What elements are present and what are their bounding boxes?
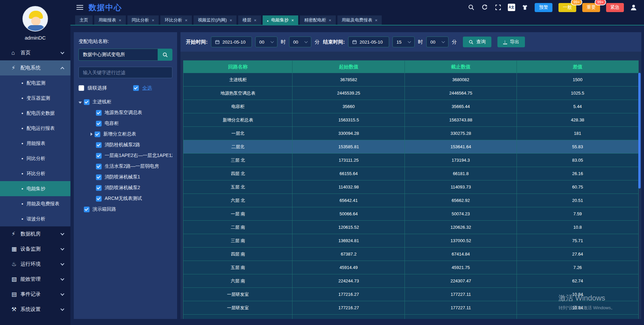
sidebar-menu-item[interactable]: 同比分析 — [0, 151, 70, 166]
sidebar-menu-item[interactable]: 能效管理 — [0, 272, 70, 287]
tab-close-icon[interactable] — [229, 18, 232, 23]
tree-expand-icon[interactable] — [78, 208, 82, 211]
table-row[interactable]: 一层 南 50066.64 50074.23 7.59 — [183, 207, 638, 220]
tree-expand-icon[interactable] — [91, 154, 94, 157]
tree-expand-icon[interactable] — [91, 143, 94, 147]
tree-checkbox[interactable] — [96, 164, 102, 169]
select-all-label[interactable]: 全选 — [142, 85, 152, 91]
sidebar-menu-item[interactable]: 配电运行报表 — [0, 121, 70, 136]
tree-expand-icon[interactable] — [91, 197, 94, 200]
tree-checkbox[interactable] — [96, 153, 102, 159]
tree-node[interactable]: 消防喷淋机械泵2 — [78, 182, 172, 193]
tab-close-icon[interactable] — [152, 18, 155, 23]
tab[interactable]: 同比分析 — [127, 15, 159, 25]
tree-checkbox[interactable] — [96, 142, 102, 148]
table-row[interactable] — [183, 314, 638, 319]
sidebar-menu-item[interactable]: 配电历史数据 — [0, 106, 70, 121]
table-row[interactable]: 主进线柜 3678582 3680082 1500 — [183, 73, 638, 86]
sidebar-menu-item[interactable]: 运行环境 — [0, 257, 70, 272]
tab-close-icon[interactable] — [329, 18, 331, 23]
tree-node[interactable]: 演示箱回路 — [78, 204, 172, 215]
tree-checkbox[interactable] — [84, 207, 90, 212]
export-button[interactable]: 导出 — [497, 37, 525, 47]
alarm-button[interactable]: 紧急 — [606, 3, 624, 12]
alarm-button[interactable]: 重要 99+ — [582, 3, 600, 12]
tree-checkbox[interactable] — [96, 110, 102, 116]
fullscreen-icon[interactable] — [494, 4, 502, 11]
table-row[interactable]: 六层 南 224244.73 224307.47 62.74 — [183, 274, 638, 287]
tree-expand-icon[interactable] — [91, 175, 94, 179]
tab-close-icon[interactable] — [254, 18, 257, 23]
station-search-button[interactable] — [158, 49, 172, 61]
avatar[interactable] — [22, 6, 48, 32]
tree-checkbox[interactable] — [96, 185, 102, 191]
table-row[interactable]: 六层 北 65642.41 65662.92 20.51 — [183, 194, 638, 207]
sidebar-menu-item[interactable]: 用能报表 — [0, 136, 70, 151]
query-button[interactable]: 查询 — [463, 37, 491, 47]
table-row[interactable]: 电容柜 35660 35665.44 5.44 — [183, 100, 638, 113]
tab-close-icon[interactable] — [185, 18, 187, 23]
tree-node[interactable]: 地源热泵空调总表 — [78, 107, 172, 118]
tab[interactable]: 用能及电费报表 — [337, 15, 382, 25]
table-row[interactable]: 一层研发室 177216.27 177227.11 10.84 — [183, 301, 638, 314]
sidebar-menu-item[interactable]: 电能集抄 — [0, 181, 70, 196]
tree-node[interactable]: 消防栓机械泵2路 — [78, 140, 172, 150]
start-minute-select[interactable]: 00 — [289, 37, 311, 47]
tree-checkbox[interactable] — [96, 196, 102, 202]
sidebar-menu-item[interactable]: 变压器监测 — [0, 91, 70, 106]
table-row[interactable]: 一层研发室 177216.27 177227.11 10.84 — [183, 287, 638, 301]
tree-checkbox[interactable] — [84, 99, 90, 105]
tab[interactable]: 环比分析 — [160, 15, 192, 25]
sidebar-menu-item[interactable]: 系统设置 — [0, 302, 70, 317]
translate-icon[interactable]: A文 — [508, 4, 515, 11]
sidebar-menu-item[interactable]: 设备监测 — [0, 241, 70, 257]
tree-node[interactable]: 一层南1APE2右—一层北1APE1左 — [78, 150, 172, 161]
sidebar-menu-item[interactable]: 首页 — [0, 45, 70, 60]
table-row[interactable]: 五层 北 114032.98 114093.73 60.75 — [183, 180, 638, 194]
start-hour-select[interactable]: 00 — [255, 37, 277, 47]
alarm-button[interactable]: 一般 99+ — [558, 3, 576, 12]
tree-checkbox[interactable] — [95, 131, 100, 137]
station-input[interactable] — [78, 49, 158, 61]
sidebar-menu-item[interactable]: 配电监测 — [0, 75, 70, 91]
table-row[interactable]: 地源热泵空调总表 2445539.25 2446564.75 1025.5 — [183, 86, 638, 100]
tree-node[interactable]: 生活水泵2路—一层弱电房 — [78, 161, 172, 172]
tab[interactable]: 电能集抄 — [263, 15, 298, 25]
tab[interactable]: 主页 — [75, 15, 93, 25]
tree-node[interactable]: ARCM无线表测试 — [78, 193, 172, 204]
tree-expand-icon[interactable] — [91, 122, 94, 125]
tab-close-icon[interactable] — [291, 18, 294, 23]
table-row[interactable]: 一层北 330094.28 330275.28 181 — [183, 126, 638, 140]
tab[interactable]: 精密配电柜 — [300, 15, 336, 25]
user-icon[interactable] — [630, 4, 637, 11]
tree-expand-icon[interactable] — [91, 165, 94, 168]
tree-node[interactable]: 主进线柜 — [78, 97, 172, 107]
table-row[interactable]: 三层 北 173111.25 173194.3 83.05 — [183, 153, 638, 167]
tree-checkbox[interactable] — [96, 174, 102, 180]
table-row[interactable]: 五层 南 45914.49 45921.75 7.26 — [183, 261, 638, 274]
table-row[interactable]: 二层北 153585.81 153641.64 55.83 — [183, 140, 638, 153]
tree-node[interactable]: 消防喷淋机械泵1 — [78, 172, 172, 182]
tab-close-icon[interactable] — [375, 18, 378, 23]
sidebar-menu-item[interactable]: 配电系统 — [0, 60, 70, 75]
tree-expand-icon[interactable] — [91, 132, 93, 136]
table-scrollbar[interactable] — [638, 73, 641, 188]
sidebar-menu-item[interactable]: 谐波分析 — [0, 211, 70, 226]
end-minute-select[interactable]: 00 — [426, 37, 448, 47]
tab-close-icon[interactable] — [119, 18, 121, 23]
tree-expand-icon[interactable] — [91, 111, 94, 114]
tree-expand-icon[interactable] — [78, 102, 82, 104]
end-date-picker[interactable]: 2021-05-10 — [348, 37, 389, 47]
tree-node[interactable]: 电容柜 — [78, 118, 172, 129]
tree-expand-icon[interactable] — [91, 186, 94, 189]
table-row[interactable]: 四层 北 66155.64 66181.8 26.16 — [183, 167, 638, 180]
search-icon[interactable] — [468, 4, 475, 11]
table-row[interactable]: 新增分立柜总表 1563315.5 1563743.88 428.38 — [183, 113, 638, 126]
tab[interactable]: 用能报表 — [94, 15, 126, 25]
keyword-filter-input[interactable] — [78, 67, 172, 78]
sidebar-menu-item[interactable]: 数据机房 — [0, 226, 70, 241]
tab[interactable]: 视频监控(内网) — [194, 15, 236, 25]
refresh-icon[interactable] — [481, 4, 488, 11]
end-hour-select[interactable]: 15 — [392, 37, 415, 47]
table-row[interactable]: 二层 南 120615.52 120626.32 10.8 — [183, 220, 638, 234]
